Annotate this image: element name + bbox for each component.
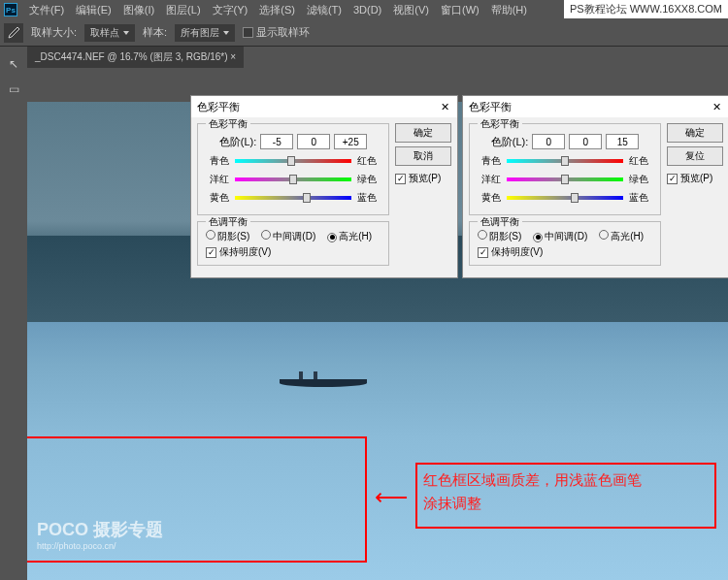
highlights-label: 高光(H) [339, 231, 372, 242]
highlights-label: 高光(H) [611, 231, 644, 242]
level-input-2[interactable] [569, 134, 602, 149]
tools-panel: ↖ ▭ [0, 47, 27, 103]
level-input-1[interactable] [260, 134, 293, 149]
cancel-button[interactable]: 取消 [395, 146, 451, 166]
preview-checkbox[interactable]: ✓ [395, 174, 406, 184]
dialog-title-text: 色彩平衡 [197, 100, 240, 114]
menu-help[interactable]: 帮助(H) [485, 3, 533, 17]
sample-size-dropdown[interactable]: 取样点 [84, 24, 135, 42]
cyan-red-slider[interactable] [235, 159, 351, 163]
preserve-lum-label: 保持明度(V) [491, 245, 543, 259]
move-tool-icon[interactable]: ↖ [2, 52, 25, 76]
dialog-titlebar[interactable]: 色彩平衡 ✕ [463, 96, 728, 117]
magenta-green-slider[interactable] [507, 177, 623, 181]
menu-select[interactable]: 选择(S) [253, 3, 301, 17]
sample-dropdown[interactable]: 所有图层 [175, 24, 235, 42]
menu-window[interactable]: 窗口(W) [435, 3, 485, 17]
shadows-label: 阴影(S) [217, 231, 249, 242]
source-label: PS教程论坛 WWW.16XX8.COM [564, 0, 728, 18]
blue-label: 蓝色 [357, 191, 381, 205]
blue-label: 蓝色 [629, 191, 652, 205]
shadows-radio[interactable] [206, 230, 215, 240]
level-input-3[interactable] [606, 134, 639, 149]
level-input-2[interactable] [297, 134, 330, 149]
preview-label: 预览(P) [680, 172, 712, 185]
menu-filter[interactable]: 滤镜(T) [301, 3, 347, 17]
highlights-radio[interactable] [327, 233, 337, 242]
level-input-1[interactable] [532, 134, 565, 149]
eyedropper-icon[interactable] [4, 23, 23, 43]
sample-size-label: 取样大小: [31, 25, 77, 40]
red-label: 红色 [629, 154, 652, 168]
yellow-label: 黄色 [206, 191, 229, 205]
options-bar: 取样大小: 取样点 样本: 所有图层 显示取样环 [0, 19, 728, 47]
magenta-label: 洋红 [478, 173, 501, 186]
preserve-luminosity-checkbox[interactable]: ✓ [206, 247, 216, 258]
magenta-label: 洋红 [206, 173, 229, 186]
cyan-label: 青色 [478, 154, 501, 168]
color-balance-group: 色彩平衡 色阶(L): 青色红色 洋红绿色 黄色蓝色 [469, 123, 661, 215]
tone-balance-group: 色调平衡 阴影(S) 中间调(D) 高光(H) ✓保持明度(V) [469, 221, 661, 266]
menu-view[interactable]: 视图(V) [387, 3, 435, 17]
color-balance-group: 色彩平衡 色阶(L): 青色红色 洋红绿色 黄色蓝色 [197, 123, 389, 215]
green-label: 绿色 [357, 173, 381, 186]
close-icon[interactable]: ✕ [710, 100, 723, 113]
chevron-down-icon [123, 31, 129, 35]
ps-logo-icon: Ps [4, 3, 17, 16]
red-label: 红色 [357, 154, 381, 168]
green-label: 绿色 [629, 173, 652, 186]
preview-label: 预览(P) [409, 172, 441, 185]
midtones-label: 中间调(D) [545, 231, 587, 242]
show-ring-label: 显示取样环 [256, 25, 310, 40]
ok-button[interactable]: 确定 [667, 123, 723, 143]
yellow-blue-slider[interactable] [235, 196, 351, 200]
menu-edit[interactable]: 编辑(E) [70, 3, 117, 17]
preserve-luminosity-checkbox[interactable]: ✓ [478, 247, 488, 258]
document-tab[interactable]: _DSC4474.NEF @ 16.7% (图层 3, RGB/16*) × [27, 47, 244, 68]
tool-icon[interactable]: ▭ [2, 78, 25, 101]
levels-label: 色阶(L): [219, 135, 257, 149]
preview-checkbox[interactable]: ✓ [667, 174, 678, 184]
color-balance-dialog-1[interactable]: 色彩平衡 ✕ 色彩平衡 色阶(L): 青色红色 洋红绿色 黄色蓝色 色调平衡 阴… [190, 95, 458, 278]
menu-3d[interactable]: 3D(D) [347, 4, 387, 16]
shadows-label: 阴影(S) [489, 231, 521, 242]
magenta-green-slider[interactable] [235, 177, 351, 181]
menu-type[interactable]: 文字(Y) [207, 3, 254, 17]
image-boat [280, 379, 367, 387]
ok-button[interactable]: 确定 [395, 123, 451, 143]
chevron-down-icon [223, 31, 229, 35]
menu-image[interactable]: 图像(I) [117, 3, 160, 17]
yellow-label: 黄色 [478, 191, 501, 205]
annotation-arrow-icon: ⟵ [375, 484, 408, 511]
group-title: 色调平衡 [206, 215, 250, 229]
midtones-radio[interactable] [261, 230, 271, 240]
annotation-text: 红色框区域画质差，用浅蓝色画笔 涂抹调整 [423, 468, 642, 515]
color-balance-dialog-2[interactable]: 色彩平衡 ✕ 色彩平衡 色阶(L): 青色红色 洋红绿色 黄色蓝色 色调平衡 阴… [462, 95, 728, 278]
preserve-lum-label: 保持明度(V) [219, 245, 271, 259]
yellow-blue-slider[interactable] [507, 196, 623, 200]
cyan-red-slider[interactable] [507, 159, 623, 163]
tone-balance-group: 色调平衡 阴影(S) 中间调(D) 高光(H) ✓保持明度(V) [197, 221, 389, 266]
sample-label: 样本: [143, 25, 167, 40]
group-title: 色彩平衡 [206, 117, 250, 131]
cyan-label: 青色 [206, 154, 229, 168]
show-ring-checkbox[interactable] [243, 27, 253, 38]
dialog-titlebar[interactable]: 色彩平衡 ✕ [191, 96, 457, 117]
group-title: 色调平衡 [478, 215, 522, 229]
menu-file[interactable]: 文件(F) [23, 3, 70, 17]
levels-label: 色阶(L): [491, 135, 529, 149]
group-title: 色彩平衡 [478, 117, 522, 131]
level-input-3[interactable] [334, 134, 367, 149]
shadows-radio[interactable] [478, 230, 487, 240]
dialog-title-text: 色彩平衡 [469, 100, 512, 114]
menu-layer[interactable]: 图层(L) [160, 3, 206, 17]
close-icon[interactable]: ✕ [438, 100, 451, 113]
midtones-radio[interactable] [533, 233, 543, 242]
highlights-radio[interactable] [599, 230, 609, 240]
midtones-label: 中间调(D) [273, 231, 315, 242]
watermark: POCO 摄影专题 http://photo.poco.cn/ [37, 518, 163, 551]
reset-button[interactable]: 复位 [667, 146, 723, 166]
